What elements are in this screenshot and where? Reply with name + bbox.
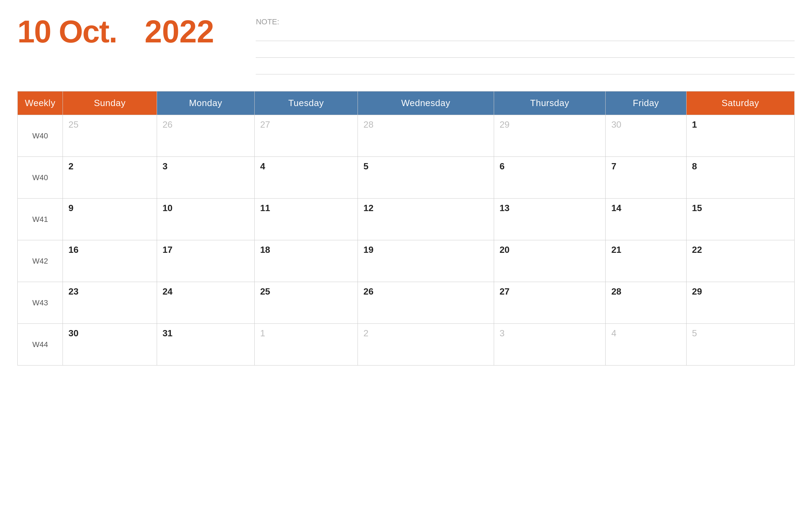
day-number: 26 [363,286,374,297]
week-label: W41 [18,199,63,240]
day-number: 1 [260,328,265,338]
day-cell: 10 [157,199,254,240]
calendar-row: W402526272829301 [18,115,795,157]
calendar-row: W419101112131415 [18,199,795,240]
day-cell: 25 [63,115,157,157]
day-cell: 6 [494,157,606,199]
week-label: W44 [18,324,63,366]
day-number: 21 [611,244,621,255]
day-cell: 13 [494,199,606,240]
note-line-1 [256,31,795,41]
day-cell: 28 [358,115,494,157]
day-cell: 21 [606,240,686,282]
note-section: NOTE: [256,14,795,81]
day-cell: 29 [686,282,794,324]
calendar-row: W4323242526272829 [18,282,795,324]
day-number: 4 [611,328,616,338]
day-cell: 4 [606,324,686,366]
day-cell: 30 [606,115,686,157]
day-cell: 24 [157,282,254,324]
th-tuesday: Tuesday [254,91,358,115]
day-cell: 7 [606,157,686,199]
day-number: 27 [500,286,510,297]
day-number: 25 [68,119,79,130]
day-number: 12 [363,203,374,213]
day-cell: 26 [157,115,254,157]
th-weekly: Weekly [18,91,63,115]
th-wednesday: Wednesday [358,91,494,115]
day-number: 16 [68,244,79,255]
calendar-row: W402345678 [18,157,795,199]
day-cell: 2 [358,324,494,366]
day-number: 26 [163,119,173,130]
day-number: 28 [611,286,621,297]
day-cell: 12 [358,199,494,240]
day-cell: 19 [358,240,494,282]
day-number: 29 [692,286,702,297]
day-number: 14 [611,203,621,213]
day-cell: 30 [63,324,157,366]
day-number: 15 [692,203,702,213]
day-cell: 3 [494,324,606,366]
day-cell: 17 [157,240,254,282]
day-number: 5 [363,161,368,171]
calendar-body: W402526272829301W402345678W4191011121314… [18,115,795,366]
day-cell: 11 [254,199,358,240]
calendar-header-row: Weekly Sunday Monday Tuesday Wednesday T… [18,91,795,115]
day-number: 3 [163,161,167,171]
day-number: 5 [692,328,697,338]
day-number: 25 [260,286,270,297]
day-number: 24 [163,286,173,297]
day-number: 4 [260,161,265,171]
day-cell: 1 [686,115,794,157]
day-number: 7 [611,161,616,171]
calendar-row: W4216171819202122 [18,240,795,282]
day-cell: 5 [358,157,494,199]
note-line-3 [256,64,795,74]
day-cell: 4 [254,157,358,199]
note-label: NOTE: [256,17,795,26]
th-monday: Monday [157,91,254,115]
calendar-row: W44303112345 [18,324,795,366]
day-cell: 20 [494,240,606,282]
day-cell: 22 [686,240,794,282]
day-number: 31 [163,328,173,338]
page-header: 10 Oct. 2022 NOTE: [17,14,795,81]
day-number: 22 [692,244,702,255]
date-display: 10 Oct. 2022 [17,14,214,50]
th-saturday: Saturday [686,91,794,115]
day-cell: 28 [606,282,686,324]
day-cell: 1 [254,324,358,366]
day-number: 11 [260,203,270,213]
week-label: W43 [18,282,63,324]
day-number: 8 [692,161,697,171]
year-title: 2022 [145,14,214,50]
th-thursday: Thursday [494,91,606,115]
day-number: 2 [68,161,73,171]
th-friday: Friday [606,91,686,115]
day-cell: 26 [358,282,494,324]
week-label: W40 [18,157,63,199]
day-cell: 16 [63,240,157,282]
day-number: 17 [163,244,173,255]
week-label: W40 [18,115,63,157]
month-title: 10 Oct. [17,14,117,50]
day-number: 13 [500,203,510,213]
day-number: 29 [500,119,510,130]
day-number: 3 [500,328,505,338]
day-cell: 5 [686,324,794,366]
day-number: 27 [260,119,270,130]
day-number: 18 [260,244,270,255]
day-cell: 3 [157,157,254,199]
day-cell: 8 [686,157,794,199]
day-number: 1 [692,119,697,130]
day-cell: 27 [254,115,358,157]
day-cell: 15 [686,199,794,240]
week-label: W42 [18,240,63,282]
day-number: 6 [500,161,505,171]
day-cell: 29 [494,115,606,157]
day-number: 20 [500,244,510,255]
day-number: 23 [68,286,79,297]
day-number: 30 [68,328,79,338]
note-line-2 [256,47,795,58]
